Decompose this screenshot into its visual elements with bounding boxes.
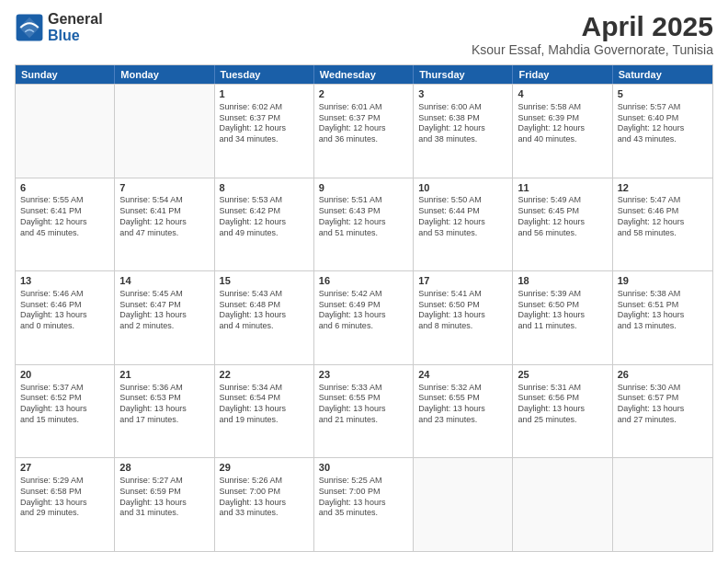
day-info: Sunrise: 6:01 AM Sunset: 6:37 PM Dayligh… [319,102,408,145]
day-cell-21: 21Sunrise: 5:36 AM Sunset: 6:53 PM Dayli… [115,365,214,458]
day-info: Sunrise: 5:38 AM Sunset: 6:51 PM Dayligh… [618,289,708,332]
day-number: 19 [618,274,708,288]
day-info: Sunrise: 5:42 AM Sunset: 6:49 PM Dayligh… [319,289,408,332]
day-cell-5: 5Sunrise: 5:57 AM Sunset: 6:40 PM Daylig… [613,85,712,178]
day-cell-29: 29Sunrise: 5:26 AM Sunset: 7:00 PM Dayli… [215,458,314,551]
day-number: 2 [319,87,408,101]
day-number: 7 [119,181,209,195]
week-row-2: 6Sunrise: 5:55 AM Sunset: 6:41 PM Daylig… [16,178,712,271]
day-number: 18 [518,274,607,288]
day-info: Sunrise: 5:50 AM Sunset: 6:44 PM Dayligh… [418,195,507,238]
day-info: Sunrise: 6:02 AM Sunset: 6:37 PM Dayligh… [220,102,309,145]
day-cell-24: 24Sunrise: 5:32 AM Sunset: 6:55 PM Dayli… [414,365,513,458]
day-info: Sunrise: 5:39 AM Sunset: 6:50 PM Dayligh… [518,289,607,332]
day-info: Sunrise: 5:54 AM Sunset: 6:41 PM Dayligh… [119,195,209,238]
day-cell-13: 13Sunrise: 5:46 AM Sunset: 6:46 PM Dayli… [16,271,115,364]
empty-cell [613,458,712,551]
day-of-week-tuesday: Tuesday [215,65,314,84]
day-number: 21 [119,368,209,382]
day-number: 10 [418,181,507,195]
day-of-week-monday: Monday [115,65,214,84]
day-cell-3: 3Sunrise: 6:00 AM Sunset: 6:38 PM Daylig… [414,85,513,178]
day-cell-9: 9Sunrise: 5:51 AM Sunset: 6:43 PM Daylig… [314,178,414,271]
day-info: Sunrise: 5:34 AM Sunset: 6:54 PM Dayligh… [220,383,309,426]
day-info: Sunrise: 5:37 AM Sunset: 6:52 PM Dayligh… [20,383,109,426]
day-info: Sunrise: 5:45 AM Sunset: 6:47 PM Dayligh… [119,289,209,332]
day-info: Sunrise: 5:55 AM Sunset: 6:41 PM Dayligh… [20,195,109,238]
day-info: Sunrise: 5:36 AM Sunset: 6:53 PM Dayligh… [119,383,209,426]
day-cell-25: 25Sunrise: 5:31 AM Sunset: 6:56 PM Dayli… [513,365,612,458]
day-of-week-wednesday: Wednesday [314,65,414,84]
day-cell-11: 11Sunrise: 5:49 AM Sunset: 6:45 PM Dayli… [513,178,612,271]
day-info: Sunrise: 5:43 AM Sunset: 6:48 PM Dayligh… [220,289,309,332]
day-cell-22: 22Sunrise: 5:34 AM Sunset: 6:54 PM Dayli… [215,365,314,458]
day-info: Sunrise: 6:00 AM Sunset: 6:38 PM Dayligh… [418,102,507,145]
day-cell-6: 6Sunrise: 5:55 AM Sunset: 6:41 PM Daylig… [16,178,115,271]
day-number: 22 [220,368,309,382]
day-number: 8 [220,181,309,195]
day-cell-27: 27Sunrise: 5:29 AM Sunset: 6:58 PM Dayli… [16,458,115,551]
day-number: 16 [319,274,408,288]
day-number: 5 [618,87,708,101]
day-cell-1: 1Sunrise: 6:02 AM Sunset: 6:37 PM Daylig… [215,85,314,178]
day-number: 30 [319,461,408,475]
week-row-3: 13Sunrise: 5:46 AM Sunset: 6:46 PM Dayli… [16,270,712,364]
day-info: Sunrise: 5:27 AM Sunset: 6:59 PM Dayligh… [119,476,209,519]
day-number: 12 [618,181,708,195]
day-number: 14 [119,274,209,288]
day-of-week-friday: Friday [513,65,612,84]
day-number: 11 [518,181,607,195]
day-number: 23 [319,368,408,382]
day-cell-19: 19Sunrise: 5:38 AM Sunset: 6:51 PM Dayli… [613,271,712,364]
day-info: Sunrise: 5:26 AM Sunset: 7:00 PM Dayligh… [220,476,309,519]
day-number: 20 [20,368,109,382]
day-info: Sunrise: 5:25 AM Sunset: 7:00 PM Dayligh… [319,476,408,519]
day-number: 15 [220,274,309,288]
week-row-4: 20Sunrise: 5:37 AM Sunset: 6:52 PM Dayli… [16,364,712,458]
day-number: 13 [20,274,109,288]
day-info: Sunrise: 5:46 AM Sunset: 6:46 PM Dayligh… [20,289,109,332]
day-cell-8: 8Sunrise: 5:53 AM Sunset: 6:42 PM Daylig… [215,178,314,271]
calendar: SundayMondayTuesdayWednesdayThursdayFrid… [15,64,713,552]
day-info: Sunrise: 5:33 AM Sunset: 6:55 PM Dayligh… [319,383,408,426]
day-number: 3 [418,87,507,101]
day-info: Sunrise: 5:31 AM Sunset: 6:56 PM Dayligh… [518,383,607,426]
day-number: 4 [518,87,607,101]
empty-cell [16,85,115,178]
day-cell-14: 14Sunrise: 5:45 AM Sunset: 6:47 PM Dayli… [115,271,214,364]
logo-text: General Blue [48,11,103,43]
day-cell-12: 12Sunrise: 5:47 AM Sunset: 6:46 PM Dayli… [613,178,712,271]
day-cell-17: 17Sunrise: 5:41 AM Sunset: 6:50 PM Dayli… [414,271,513,364]
day-of-week-sunday: Sunday [16,65,115,84]
day-number: 25 [518,368,607,382]
day-number: 9 [319,181,408,195]
header: General Blue April 2025 Ksour Essaf, Mah… [15,11,713,57]
day-number: 27 [20,461,109,475]
main-title: April 2025 [472,11,713,42]
day-cell-15: 15Sunrise: 5:43 AM Sunset: 6:48 PM Dayli… [215,271,314,364]
day-cell-18: 18Sunrise: 5:39 AM Sunset: 6:50 PM Dayli… [513,271,612,364]
empty-cell [513,458,612,551]
day-info: Sunrise: 5:30 AM Sunset: 6:57 PM Dayligh… [618,383,708,426]
day-info: Sunrise: 5:58 AM Sunset: 6:39 PM Dayligh… [518,102,607,145]
logo: General Blue [15,11,103,43]
day-info: Sunrise: 5:51 AM Sunset: 6:43 PM Dayligh… [319,195,408,238]
day-number: 1 [220,87,309,101]
week-row-5: 27Sunrise: 5:29 AM Sunset: 6:58 PM Dayli… [16,457,712,551]
day-of-week-thursday: Thursday [414,65,513,84]
day-number: 29 [220,461,309,475]
day-cell-4: 4Sunrise: 5:58 AM Sunset: 6:39 PM Daylig… [513,85,612,178]
page: General Blue April 2025 Ksour Essaf, Mah… [0,0,728,563]
day-cell-7: 7Sunrise: 5:54 AM Sunset: 6:41 PM Daylig… [115,178,214,271]
day-cell-16: 16Sunrise: 5:42 AM Sunset: 6:49 PM Dayli… [314,271,414,364]
calendar-body: 1Sunrise: 6:02 AM Sunset: 6:37 PM Daylig… [16,84,712,551]
empty-cell [115,85,214,178]
day-cell-30: 30Sunrise: 5:25 AM Sunset: 7:00 PM Dayli… [314,458,414,551]
day-info: Sunrise: 5:53 AM Sunset: 6:42 PM Dayligh… [220,195,309,238]
subtitle: Ksour Essaf, Mahdia Governorate, Tunisia [472,42,713,57]
day-cell-10: 10Sunrise: 5:50 AM Sunset: 6:44 PM Dayli… [414,178,513,271]
empty-cell [414,458,513,551]
logo-icon [15,13,44,42]
day-number: 17 [418,274,507,288]
day-cell-28: 28Sunrise: 5:27 AM Sunset: 6:59 PM Dayli… [115,458,214,551]
